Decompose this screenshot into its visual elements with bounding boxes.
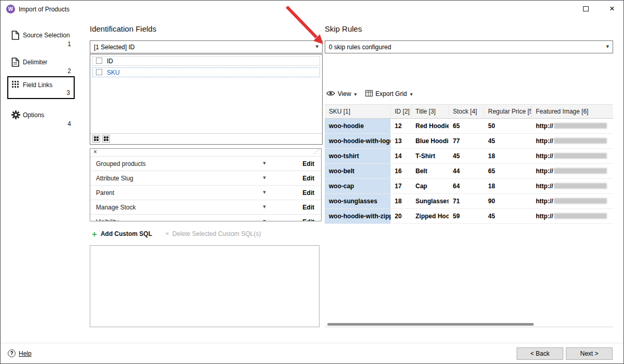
close-icon[interactable]: × xyxy=(605,3,619,15)
add-custom-sql-button[interactable]: +Add Custom SQL xyxy=(92,229,152,240)
chevron-down-icon: ▾ xyxy=(410,91,413,97)
import-products-window: W Import of Products × Source Selection … xyxy=(0,0,624,364)
cell-id: 12 xyxy=(391,119,411,133)
list-item-id[interactable]: ID xyxy=(92,56,320,66)
select-all-icon[interactable] xyxy=(92,135,100,143)
back-button[interactable]: < Back xyxy=(517,347,563,360)
chevron-down-icon: ▾ xyxy=(606,43,609,50)
step-options[interactable]: Options 4 xyxy=(7,106,75,129)
export-grid-button[interactable]: Export Grid ▾ xyxy=(365,90,413,99)
maximize-icon[interactable] xyxy=(583,6,589,11)
edit-button[interactable]: Edit xyxy=(302,218,314,221)
blurred-url xyxy=(554,183,607,189)
select-none-icon[interactable] xyxy=(102,135,110,143)
chevron-down-icon[interactable]: ▾ xyxy=(263,218,266,221)
table-row[interactable]: woo-tshirt 14 T-Shirt 45 18 http:// xyxy=(325,149,613,164)
cell-title: Cap xyxy=(411,179,449,193)
column-header-id[interactable]: ID [2] xyxy=(391,105,411,118)
cell-id: 20 xyxy=(391,209,411,223)
table-row[interactable]: woo-hoodie-with-zipper 20 Zipped Hoodie … xyxy=(325,209,613,224)
custom-sql-toolbar: +Add Custom SQL ×Delete Selected Custom … xyxy=(92,229,261,240)
blurred-url xyxy=(554,213,607,219)
cell-sku: woo-tshirt xyxy=(325,149,391,163)
edit-button[interactable]: Edit xyxy=(302,189,314,197)
cell-featured-image: http:// xyxy=(532,179,613,193)
cell-id: 16 xyxy=(391,164,411,178)
field-link-row: Manage Stock ▾ Edit xyxy=(90,200,321,214)
export-grid-label: Export Grid xyxy=(376,90,407,97)
column-header-regular-price[interactable]: Regular Price [5] xyxy=(484,105,532,118)
checkbox[interactable] xyxy=(96,69,102,75)
cell-title: Blue Hoodie xyxy=(411,134,449,148)
resize-grip-icon[interactable]: ⋰ xyxy=(314,148,320,155)
url-prefix: http:// xyxy=(536,198,553,205)
identification-fields-dropdown[interactable]: [1 Selected] ID ▾ xyxy=(90,40,323,53)
skip-rules-heading: Skip Rules xyxy=(325,24,362,33)
table-row[interactable]: woo-hoodie-with-logo 13 Blue Hoodie 77 4… xyxy=(325,134,613,149)
cell-featured-image: http:// xyxy=(532,164,613,178)
edit-button[interactable]: Edit xyxy=(302,160,314,167)
cell-stock: 45 xyxy=(449,149,484,163)
step-delimiter[interactable]: Delimiter 2 xyxy=(7,53,75,76)
url-prefix: http:// xyxy=(536,122,553,130)
grid-bottom-divider xyxy=(325,327,613,327)
column-header-featured-image[interactable]: Featured Image [6] xyxy=(532,105,613,118)
cell-regular-price: 50 xyxy=(484,119,532,133)
column-header-sku[interactable]: SKU [1] xyxy=(325,105,391,118)
document-lines-icon xyxy=(11,58,19,68)
cell-stock: 64 xyxy=(449,179,484,193)
option-label: SKU xyxy=(107,69,120,76)
custom-sql-textbox[interactable] xyxy=(90,245,320,327)
blurred-url xyxy=(554,168,607,174)
skip-rules-dropdown[interactable]: 0 skip rules configured ▾ xyxy=(325,40,613,53)
step-source-selection[interactable]: Source Selection 1 xyxy=(7,26,75,49)
chevron-down-icon[interactable]: ▾ xyxy=(263,203,266,210)
blurred-url xyxy=(554,138,607,144)
view-label: View xyxy=(338,90,351,97)
cell-title: Red Hoodie xyxy=(411,119,449,133)
blurred-url xyxy=(554,153,607,159)
document-icon xyxy=(11,31,19,41)
horizontal-scrollbar[interactable] xyxy=(327,323,534,326)
checkbox[interactable] xyxy=(96,58,102,64)
step-label: Options xyxy=(23,111,44,119)
table-row[interactable]: woo-belt 16 Belt 44 65 http:// xyxy=(325,164,613,179)
help-link[interactable]: ? Help xyxy=(8,349,32,357)
field-label: Attribute Slug xyxy=(96,175,133,182)
dropdown-value: [1 Selected] ID xyxy=(94,44,135,51)
cell-stock: 71 xyxy=(449,194,484,208)
table-row[interactable]: woo-hoodie 12 Red Hoodie 65 50 http:// xyxy=(325,119,613,134)
option-label: ID xyxy=(107,58,113,65)
step-label: Delimiter xyxy=(23,59,47,66)
chevron-down-icon[interactable]: ▾ xyxy=(263,189,266,195)
grid-dots-icon xyxy=(11,80,19,90)
url-prefix: http:// xyxy=(536,152,553,160)
dropdown-value: 0 skip rules configured xyxy=(329,44,391,51)
field-label: Visibility xyxy=(96,218,118,221)
cell-id: 18 xyxy=(391,194,411,208)
view-button[interactable]: View ▾ xyxy=(326,90,357,98)
column-header-stock[interactable]: Stock [4] xyxy=(449,105,484,118)
chevron-down-icon[interactable]: ▾ xyxy=(263,160,266,166)
field-label: Manage Stock xyxy=(96,204,136,211)
app-logo-icon: W xyxy=(6,5,15,13)
field-label: Parent xyxy=(96,189,114,197)
cell-title: Belt xyxy=(411,164,449,178)
panel-close-icon[interactable]: × xyxy=(93,149,100,156)
step-label: Field Links xyxy=(23,81,52,89)
edit-button[interactable]: Edit xyxy=(302,175,314,182)
table-row[interactable]: woo-cap 17 Cap 64 18 http:// xyxy=(325,179,613,194)
column-header-title[interactable]: Title [3] xyxy=(411,105,449,118)
edit-button[interactable]: Edit xyxy=(302,204,314,211)
help-icon: ? xyxy=(8,349,16,357)
table-row[interactable]: woo-sunglasses 18 Sunglasses 71 90 http:… xyxy=(325,194,613,209)
cell-regular-price: 18 xyxy=(484,179,532,193)
next-button[interactable]: Next > xyxy=(566,347,613,360)
step-field-links[interactable]: Field Links 3 xyxy=(7,76,75,99)
grid-header-row: SKU [1] ID [2] Title [3] Stock [4] Regul… xyxy=(325,104,613,119)
window-title: Import of Products xyxy=(19,6,70,13)
step-number: 1 xyxy=(67,40,71,48)
list-item-sku[interactable]: SKU xyxy=(92,67,320,77)
cell-featured-image: http:// xyxy=(532,134,613,148)
chevron-down-icon[interactable]: ▾ xyxy=(263,174,266,181)
